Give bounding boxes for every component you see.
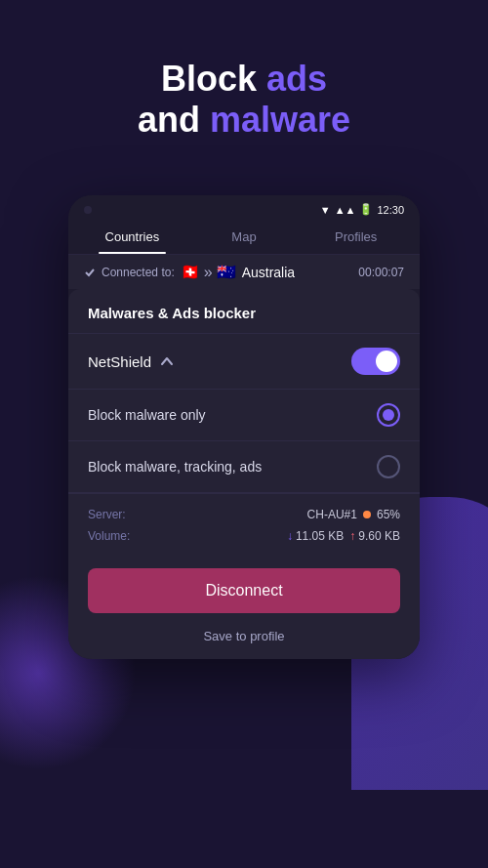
header-accent-malware: malware xyxy=(210,100,350,140)
connected-label: Connected to: xyxy=(102,266,175,279)
option2-label: Block malware, tracking, ads xyxy=(88,459,262,475)
flags: 🇨🇭 » 🇦🇺 xyxy=(181,263,236,281)
netshield-label: NetShield xyxy=(88,353,151,370)
volume-row: Volume: ↓ 11.05 KB ↑ 9.60 KB xyxy=(88,525,400,547)
flag-to: 🇦🇺 xyxy=(217,263,236,281)
upload-amount: 9.60 KB xyxy=(358,529,400,543)
header-accent-ads: ads xyxy=(266,59,327,99)
header-line1: Block ads xyxy=(0,59,488,100)
header-line2: and malware xyxy=(0,100,488,141)
connected-bar: Connected to: 🇨🇭 » 🇦🇺 Australia 00:00:07 xyxy=(68,255,420,289)
header-line1-text: Block xyxy=(161,59,266,99)
server-id: CH-AU#1 xyxy=(307,508,357,521)
toggle-knob xyxy=(376,351,397,372)
header: Block ads and malware xyxy=(0,0,488,170)
tab-bar: Countries Map Profiles xyxy=(68,220,420,255)
server-value: CH-AU#1 65% xyxy=(307,508,400,521)
download-amount: 11.05 KB xyxy=(296,529,344,543)
upload-stat: ↑ 9.60 KB xyxy=(349,529,400,543)
country-name: Australia xyxy=(242,265,295,280)
camera-dot xyxy=(84,206,92,214)
camera-area xyxy=(84,206,92,214)
volume-value: ↓ 11.05 KB ↑ 9.60 KB xyxy=(287,529,400,543)
connection-info: Connected to: 🇨🇭 » 🇦🇺 Australia xyxy=(84,263,295,281)
radio-inner-dot xyxy=(383,409,394,421)
load-indicator xyxy=(363,511,371,518)
status-icons: ▼ ▲▲ 🔋 12:30 xyxy=(320,203,404,216)
cell-icon: ▲▲ xyxy=(335,204,356,216)
netshield-toggle[interactable] xyxy=(351,348,400,375)
option1-label: Block malware only xyxy=(88,407,206,423)
netshield-label-group: NetShield xyxy=(88,353,175,370)
option-block-malware-only[interactable]: Block malware only xyxy=(68,390,420,441)
radio-empty-icon xyxy=(377,455,400,478)
time-display: 12:30 xyxy=(377,204,404,216)
connection-timer: 00:00:07 xyxy=(358,266,404,279)
ads-blocker-popup: Malwares & Ads blocker NetShield Block m… xyxy=(68,289,420,659)
netshield-row: NetShield xyxy=(68,334,420,390)
server-label: Server: xyxy=(88,508,126,521)
server-info-panel: Server: CH-AU#1 65% Volume: ↓ 11.05 KB ↑ xyxy=(68,493,420,557)
status-bar: ▼ ▲▲ 🔋 12:30 xyxy=(68,195,420,220)
header-line2-text: and xyxy=(138,100,210,140)
tab-countries[interactable]: Countries xyxy=(76,220,188,254)
popup-title: Malwares & Ads blocker xyxy=(68,289,420,334)
chevron-up-icon[interactable] xyxy=(159,353,175,369)
signal-icon: ▼ xyxy=(320,204,331,216)
check-icon xyxy=(84,267,96,278)
phone-mockup: ▼ ▲▲ 🔋 12:30 Countries Map Profiles Conn… xyxy=(68,195,420,659)
option-block-malware-tracking-ads[interactable]: Block malware, tracking, ads xyxy=(68,441,420,493)
download-icon: ↓ xyxy=(287,529,293,543)
radio-selected-icon xyxy=(377,403,400,427)
flag-from: 🇨🇭 xyxy=(181,263,200,281)
battery-icon: 🔋 xyxy=(359,203,373,216)
upload-icon: ↑ xyxy=(349,529,355,543)
disconnect-button[interactable]: Disconnect xyxy=(88,568,400,613)
tab-profiles[interactable]: Profiles xyxy=(300,220,412,254)
arrow-separator: » xyxy=(204,264,213,281)
server-row: Server: CH-AU#1 65% xyxy=(88,504,400,525)
save-to-profile-button[interactable]: Save to profile xyxy=(68,621,420,659)
download-stat: ↓ 11.05 KB xyxy=(287,529,344,543)
load-percent: 65% xyxy=(377,508,400,521)
volume-label: Volume: xyxy=(88,529,130,543)
tab-map[interactable]: Map xyxy=(188,220,301,254)
